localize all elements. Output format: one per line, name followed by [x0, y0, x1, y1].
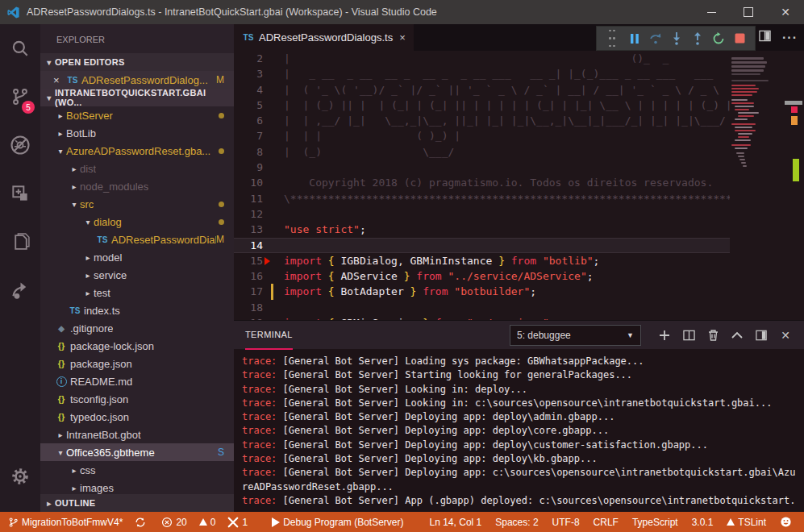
code-editor[interactable]: 2| ()_ _3| _ __ _ __ __ _ __ _ _ __ ___ …	[234, 51, 804, 320]
debug-toolbar	[596, 26, 756, 51]
terminal-output[interactable]: trace: [General Bot Server] Loading sys …	[234, 349, 804, 512]
tab-adresetpassworddialogs[interactable]: TS ADResetPasswordDialogs.ts ×	[234, 24, 414, 51]
pause-button[interactable]	[624, 28, 645, 49]
close-panel-icon[interactable]: ✕	[773, 325, 798, 346]
errors-item[interactable]: 20	[161, 517, 186, 528]
step-over-button[interactable]	[645, 28, 666, 49]
tree-item-package-lock-json[interactable]: {}package-lock.json	[40, 337, 234, 355]
kill-terminal-icon[interactable]	[701, 325, 725, 346]
close-icon[interactable]: ×	[399, 31, 406, 44]
code-line-2[interactable]: 2| ()_ _	[234, 51, 775, 66]
indentation-item[interactable]: Spaces: 2	[495, 517, 538, 528]
open-editors-header[interactable]: ▾ OPEN EDITORS	[40, 53, 234, 71]
settings-gear-icon[interactable]	[0, 452, 40, 501]
code-line-12[interactable]: 12	[234, 206, 775, 222]
code-line-5[interactable]: 5| | (_) || | | (_| | (_| || | | | | | (…	[234, 98, 775, 113]
split-terminal-icon[interactable]	[677, 325, 701, 346]
code-line-7[interactable]: 7| | | ( )_) |	[234, 128, 775, 143]
status-badge: M	[216, 234, 224, 245]
language-item[interactable]: TypeScript	[632, 517, 678, 528]
tree-item-gitignore[interactable]: ◆.gitignore	[40, 319, 234, 337]
tree-item-botlib[interactable]: ▸BotLib	[40, 124, 234, 142]
code-line-3[interactable]: 3| _ __ _ __ __ _ __ _ _ __ ___ __ _| |_…	[234, 66, 775, 81]
code-line-6[interactable]: 6| | ,__/ |_| \__,_|\__, ||_| |_| |_|\__…	[234, 113, 775, 128]
explorer-sidebar: EXPLORER ▾ OPEN EDITORS × TS ADResetPass…	[40, 24, 234, 512]
tree-item-tsconfig-json[interactable]: {}tsconfig.json	[40, 390, 234, 408]
tree-item-typedoc-json[interactable]: {}typedoc.json	[40, 408, 234, 426]
tree-item-css[interactable]: ▸css	[40, 461, 234, 479]
code-line-9[interactable]: 9	[234, 160, 775, 175]
maximize-panel-icon[interactable]	[725, 325, 749, 346]
terminal-select[interactable]: 5: debuggee ▼	[510, 325, 641, 346]
version-item[interactable]: 3.0.1	[692, 517, 714, 528]
tree-item-index-ts[interactable]: TSindex.ts	[40, 301, 234, 319]
search-icon[interactable]	[0, 24, 40, 73]
tree-item-dist[interactable]: ▸dist	[40, 160, 234, 177]
tree-item-service[interactable]: ▸service	[40, 266, 234, 284]
tree-item-src[interactable]: ▾src	[40, 195, 234, 213]
minimize-button[interactable]	[693, 0, 730, 24]
extensions-icon[interactable]	[0, 169, 40, 218]
git-branch-item[interactable]: MigrationToBotFmwV4*	[8, 517, 123, 528]
tree-item-office365-gbtheme[interactable]: ▾Office365.gbthemeS	[40, 443, 234, 461]
new-terminal-icon[interactable]	[652, 325, 677, 346]
chevron-down-icon: ▾	[82, 218, 94, 227]
tree-item-model[interactable]: ▸model	[40, 248, 234, 266]
tools-item[interactable]: 1	[227, 517, 248, 528]
files-icon[interactable]	[0, 218, 40, 266]
sync-item[interactable]	[135, 517, 149, 528]
tree-item-images[interactable]: ▸images	[40, 479, 234, 494]
overview-ruler[interactable]	[775, 51, 804, 320]
cursor-position-item[interactable]: Ln 14, Col 1	[430, 517, 482, 528]
code-line-15[interactable]: 15import { IGBDialog, GBMinInstance } fr…	[234, 253, 775, 268]
code-line-19[interactable]: 19import { GBMinService } from "../servi…	[234, 315, 775, 320]
drag-grip-icon[interactable]	[602, 28, 623, 49]
tree-item-node-modules[interactable]: ▸node_modules	[40, 177, 234, 195]
code-line-4[interactable]: 4| ( '_ \( '__)/ _` |/ _` || '_ ` _ \ / …	[234, 82, 775, 98]
source-control-icon[interactable]: 5	[0, 73, 40, 121]
code-line-11[interactable]: 11\*************************************…	[234, 191, 775, 206]
step-out-button[interactable]	[687, 28, 708, 49]
close-button[interactable]: ✕	[767, 0, 804, 24]
warnings-item[interactable]: 0	[199, 517, 216, 528]
terminal-tab[interactable]: TERMINAL	[245, 320, 293, 350]
tree-item-label: IntranetBot.gbot	[66, 429, 141, 441]
restart-button[interactable]	[708, 28, 729, 49]
split-editor-icon[interactable]	[759, 30, 771, 45]
code-line-13[interactable]: 13"use strict";	[234, 222, 775, 237]
code-line-18[interactable]: 18	[234, 300, 775, 315]
debug-target-item[interactable]: Debug Program (BotServer)	[271, 517, 403, 528]
outline-header[interactable]: ▸ OUTLINE	[40, 494, 234, 512]
eol-item[interactable]: CRLF	[594, 517, 619, 528]
tree-item-intranetbot-gbot[interactable]: ▸IntranetBot.gbot	[40, 426, 234, 443]
ruler-cursor-mark	[785, 101, 802, 105]
tree-item-dialog[interactable]: ▾dialog	[40, 213, 234, 231]
step-into-button[interactable]	[666, 28, 687, 49]
tree-item-package-json[interactable]: {}package.json	[40, 355, 234, 372]
debug-icon[interactable]	[0, 121, 40, 169]
feedback-smiley-item[interactable]	[780, 516, 795, 528]
encoding-item[interactable]: UTF-8	[552, 517, 580, 528]
chevron-right-icon: ▸	[69, 466, 80, 475]
more-actions-icon[interactable]: ···	[782, 31, 798, 45]
workspace-header[interactable]: ▾ INTRANETBOTQUICKSTART.GBAI (WO...	[40, 89, 234, 106]
code-line-10[interactable]: 10 Copyright 2018 (c) pragmatismo.io. To…	[234, 175, 775, 190]
tree-item-test[interactable]: ▸test	[40, 284, 234, 301]
tree-item-azureadpasswordreset-gba[interactable]: ▾AzureADPasswordReset.gba...	[40, 142, 234, 160]
close-icon[interactable]: ×	[53, 74, 66, 86]
tree-item-botserver[interactable]: ▸BotServer	[40, 106, 234, 124]
tslint-item[interactable]: TSLint	[727, 517, 766, 528]
stop-button[interactable]	[729, 28, 750, 49]
code-line-16[interactable]: 16import { ADService } from "../service/…	[234, 268, 775, 284]
open-editor-item[interactable]: × TS ADResetPasswordDialog... M	[40, 71, 234, 89]
code-line-17[interactable]: 17import { BotAdapter } from "botbuilder…	[234, 284, 775, 299]
tree-item-label: service	[94, 269, 127, 281]
toggle-panel-icon[interactable]	[749, 325, 773, 346]
tree-item-readme-md[interactable]: iREADME.md	[40, 372, 234, 390]
minimap[interactable]	[730, 51, 775, 320]
tree-item-adresetpassworddial[interactable]: TSADResetPasswordDial...M	[40, 231, 234, 248]
share-icon[interactable]	[0, 266, 40, 314]
code-line-8[interactable]: 8| (_) \___/	[234, 144, 775, 160]
maximize-button[interactable]	[730, 0, 767, 24]
code-line-14[interactable]: 14	[234, 238, 775, 253]
